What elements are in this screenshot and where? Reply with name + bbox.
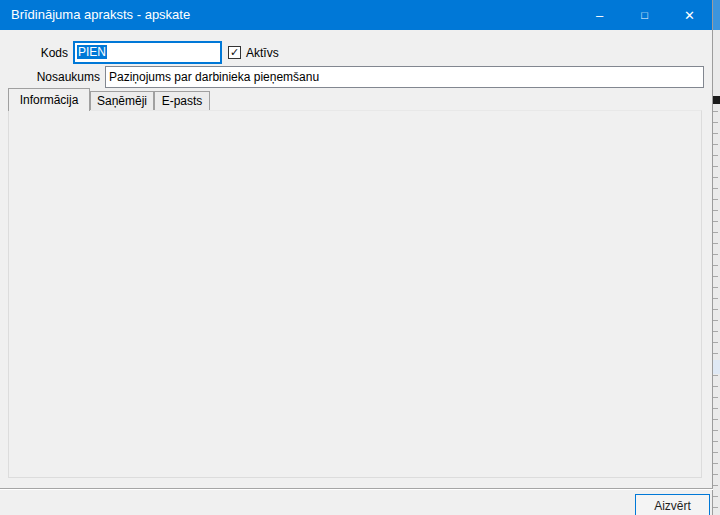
close-icon[interactable]: ✕	[667, 0, 712, 30]
background-dark-mark	[713, 96, 720, 104]
tab-panel-informacija	[8, 110, 702, 478]
titlebar[interactable]: Brīdinājuma apraksts - apskate – □ ✕	[0, 0, 712, 30]
dialog-window: Brīdinājuma apraksts - apskate – □ ✕ Kod…	[0, 0, 720, 515]
kods-input[interactable]: PIEN	[73, 41, 222, 64]
footer-separator-highlight	[0, 489, 713, 490]
background-app-strip	[712, 0, 720, 515]
background-highlight-mark	[713, 360, 720, 374]
kods-selected-text: PIEN	[77, 45, 107, 59]
aktivs-label: Aktīvs	[246, 43, 279, 63]
window-title: Brīdinājuma apraksts - apskate	[11, 0, 190, 30]
check-icon: ✓	[230, 46, 239, 58]
maximize-icon[interactable]: □	[622, 0, 667, 30]
background-titlebar-fragment	[713, 0, 720, 30]
aizvert-button[interactable]: Aizvērt	[635, 494, 710, 515]
tab-sanemeji[interactable]: Saņēmēji	[90, 91, 154, 111]
dialog: Brīdinājuma apraksts - apskate – □ ✕ Kod…	[0, 0, 713, 515]
nosaukums-input[interactable]: Paziņojums par darbinieka pieņemšanu	[105, 66, 704, 88]
tab-e-pasts[interactable]: E-pasts	[154, 91, 210, 111]
nosaukums-label: Nosaukums	[0, 67, 100, 87]
kods-label: Kods	[0, 43, 68, 63]
aktivs-checkbox[interactable]: ✓	[228, 46, 241, 59]
minimize-icon[interactable]: –	[577, 0, 622, 30]
background-grid-ticks	[713, 100, 718, 515]
caption-buttons: – □ ✕	[577, 0, 712, 30]
tab-informacija[interactable]: Informācija	[8, 88, 90, 111]
